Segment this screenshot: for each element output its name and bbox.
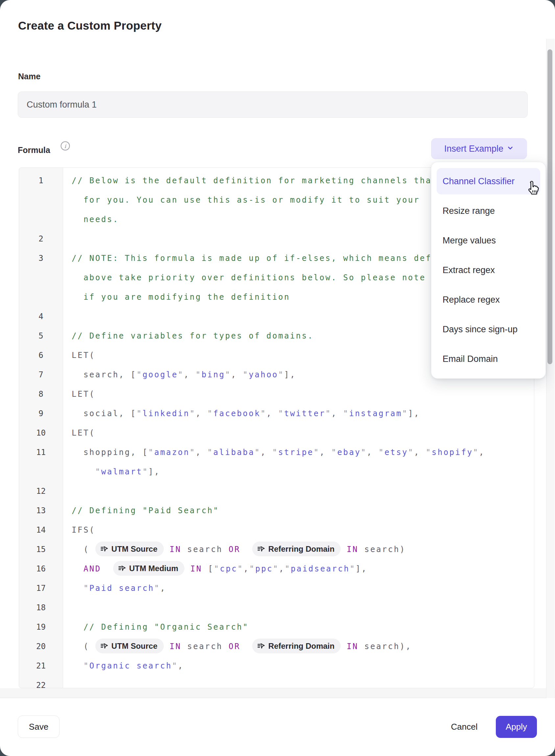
code-string: walmart [101, 467, 143, 476]
code-comment: // NOTE: This formula is made up of if-e… [72, 254, 479, 263]
code-text: , [319, 448, 332, 457]
code-text: ], [148, 467, 160, 476]
apply-button[interactable]: Apply [496, 716, 537, 738]
line-number: 21 [19, 656, 63, 676]
code-line: 13// Defining "Paid Search" [19, 501, 534, 520]
line-number [19, 268, 63, 287]
code-text: search [181, 545, 229, 554]
code-comment: if you are modifying the definition [72, 292, 290, 302]
line-number: 2 [19, 229, 63, 249]
code-text: ( [72, 642, 95, 651]
code-quote: " [148, 448, 154, 457]
code-keyword: IN [170, 642, 181, 651]
code-line: 12 [19, 482, 534, 501]
code-quote: " [273, 564, 279, 573]
code-comment: // Defining "Paid Search" [72, 506, 219, 515]
insert-example-button[interactable]: Insert Example [431, 138, 527, 159]
code-quote: " [190, 409, 196, 418]
line-number: 12 [19, 482, 63, 501]
menu-item-resize-range[interactable]: Resize range [437, 198, 540, 224]
line-number: 16 [19, 559, 63, 579]
create-custom-property-modal: Create a Custom Property Name Formula i … [0, 0, 555, 756]
code-text: social, [ [72, 409, 136, 418]
property-cursor-icon [257, 641, 265, 650]
code-text: LET( [72, 428, 95, 438]
code-text: , [160, 584, 166, 593]
property-cursor-icon [100, 545, 109, 553]
line-number [19, 191, 63, 210]
code-text [72, 661, 84, 671]
code-string: facebook [213, 409, 261, 418]
code-line: 20 ( UTM Source IN search OR Referring D… [19, 637, 534, 656]
cancel-button[interactable]: Cancel [445, 716, 483, 738]
code-text: search, [ [72, 370, 136, 379]
line-number: 13 [19, 501, 63, 520]
code-quote: " [190, 448, 196, 457]
info-circle-icon[interactable]: i [60, 141, 70, 152]
property-pill-label: UTM Medium [129, 561, 178, 576]
code-quote: " [408, 448, 414, 457]
code-quote: " [84, 584, 89, 593]
code-text: , [178, 661, 184, 671]
code-text: search [181, 642, 229, 651]
code-quote: " [260, 409, 266, 418]
code-string: instagram [349, 409, 402, 418]
property-pill-label: UTM Source [112, 542, 158, 556]
menu-item-extract-regex[interactable]: Extract regex [437, 257, 540, 283]
code-quote: " [473, 448, 479, 457]
name-label: Name [18, 72, 40, 81]
code-line: 16 AND UTM Medium IN ["cpc","ppc","paids… [19, 559, 534, 579]
code-comment: needs. [72, 215, 119, 224]
property-pill[interactable]: Referring Domain [252, 639, 341, 653]
code-text: ], [408, 409, 420, 418]
line-number [19, 462, 63, 482]
code-string: ebay [337, 448, 361, 457]
menu-item-channel-classifier[interactable]: Channel Classifier [437, 168, 540, 194]
code-string: etsy [384, 448, 408, 457]
name-input[interactable] [18, 91, 528, 118]
code-line: 22 [19, 676, 534, 688]
property-cursor-icon [118, 564, 126, 572]
code-comment: above take priority over definitions bel… [72, 273, 485, 282]
menu-item-email-domain[interactable]: Email Domain [437, 346, 540, 372]
property-pill-label: Referring Domain [268, 639, 334, 653]
code-text [341, 545, 347, 554]
property-pill[interactable]: Referring Domain [252, 542, 341, 556]
code-text: , [414, 448, 426, 457]
code-text: , [184, 370, 196, 379]
code-comment: // Define variables for types of domains… [72, 331, 314, 341]
code-line: 21 "Organic search", [19, 656, 534, 676]
code-line: 15 ( UTM Source IN search OR Referring D… [19, 540, 534, 559]
code-text [72, 467, 95, 476]
code-string: cpc [220, 564, 238, 573]
property-pill[interactable]: UTM Source [95, 639, 164, 653]
code-string: ppc [255, 564, 273, 573]
property-pill[interactable]: UTM Medium [113, 561, 184, 576]
code-quote: " [154, 584, 160, 593]
menu-item-replace-regex[interactable]: Replace regex [437, 286, 540, 313]
svg-text:i: i [65, 143, 67, 149]
code-comment: for you. You can use this as-is or modif… [72, 195, 420, 205]
code-text: search), [358, 642, 412, 651]
property-pill[interactable]: UTM Source [95, 542, 164, 556]
formula-label: Formula [18, 146, 50, 155]
modal-scrollbar-track[interactable] [546, 39, 555, 698]
code-string: Paid search [89, 584, 154, 593]
code-string: Organic search [89, 661, 172, 671]
code-line: 9 social, ["linkedin", "facebook", "twit… [19, 404, 534, 424]
menu-item-days-since-sign-up[interactable]: Days since sign-up [437, 316, 540, 343]
code-quote: " [208, 409, 213, 418]
save-button[interactable]: Save [18, 716, 59, 738]
code-quote: " [136, 370, 142, 379]
code-quote: " [426, 448, 432, 457]
code-text: ( [72, 545, 95, 554]
code-quote: " [208, 448, 213, 457]
menu-item-merge-values[interactable]: Merge values [437, 227, 540, 254]
chevron-down-icon [507, 144, 514, 154]
code-text [72, 584, 84, 593]
code-quote: " [332, 448, 337, 457]
code-quote: " [402, 409, 408, 418]
property-pill-label: UTM Source [112, 639, 158, 653]
modal-scrollbar-thumb[interactable] [547, 49, 552, 364]
line-number: 8 [19, 385, 63, 404]
